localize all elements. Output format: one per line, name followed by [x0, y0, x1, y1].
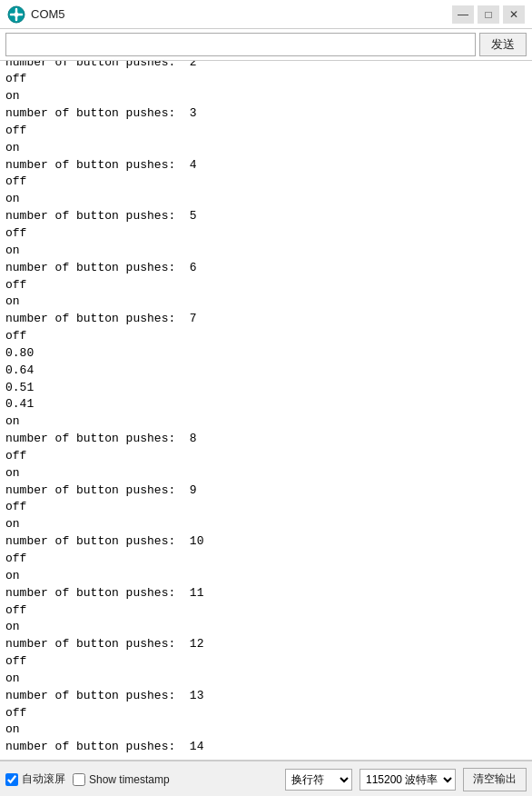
console-line: number of button pushes: 14	[5, 739, 527, 756]
svg-point-3	[15, 12, 19, 16]
console-line: number of button pushes: 6	[5, 260, 527, 277]
console-line: number of button pushes: 13	[5, 688, 527, 705]
console-line: number of button pushes: 3	[5, 105, 527, 123]
maximize-button[interactable]: □	[478, 5, 499, 24]
show-timestamp-group: Show timestamp	[73, 773, 170, 786]
console-line: off	[5, 551, 527, 568]
title-bar: COM5 — □ ✕	[0, 0, 532, 29]
console-line: on	[5, 671, 527, 688]
console-line: on	[5, 191, 527, 208]
console-line: on	[5, 243, 527, 260]
app-logo	[7, 5, 25, 24]
console-line: on	[5, 88, 527, 105]
bottom-bar: 自动滚屏 Show timestamp 换行符没有结尾新行回车 300 波特率1…	[0, 761, 532, 796]
line-ending-select[interactable]: 换行符没有结尾新行回车	[285, 769, 352, 791]
console-line: number of button pushes: 2	[5, 61, 527, 71]
console-line: off	[5, 653, 527, 671]
console-line: on	[5, 568, 527, 585]
clear-button[interactable]: 清空输出	[463, 768, 527, 791]
console-line: number of button pushes: 5	[5, 208, 527, 225]
console-output: offonnumber of button pushes: 2offonnumb…	[0, 61, 532, 761]
console-line: off	[5, 448, 527, 465]
console-line: on	[5, 465, 527, 483]
console-line: off	[5, 123, 527, 140]
console-line: number of button pushes: 12	[5, 636, 527, 653]
console-line: on	[5, 721, 527, 739]
console-line: on	[5, 294, 527, 311]
send-input[interactable]	[5, 33, 476, 56]
console-line: 0.80	[5, 345, 527, 363]
console-line: number of button pushes: 7	[5, 311, 527, 328]
console-line: off	[5, 71, 527, 88]
close-button[interactable]: ✕	[503, 5, 525, 24]
console-line: number of button pushes: 10	[5, 533, 527, 551]
console-line: on	[5, 140, 527, 157]
window-title: COM5	[31, 7, 452, 21]
show-timestamp-checkbox[interactable]	[73, 773, 85, 786]
console-line: on	[5, 516, 527, 533]
auto-scroll-label: 自动滚屏	[22, 771, 65, 787]
console-line: on	[5, 619, 527, 636]
show-timestamp-label: Show timestamp	[89, 773, 170, 786]
console-line: number of button pushes: 8	[5, 431, 527, 448]
minimize-button[interactable]: —	[452, 5, 474, 24]
console-line: off	[5, 174, 527, 191]
console-line: off	[5, 499, 527, 516]
baud-rate-select[interactable]: 300 波特率1200 波特率2400 波特率4800 波特率9600 波特率1…	[360, 769, 456, 791]
console-line: on	[5, 413, 527, 431]
console-line: off	[5, 328, 527, 345]
window-controls: — □ ✕	[452, 5, 525, 24]
console-line: 0.51	[5, 380, 527, 397]
send-button[interactable]: 发送	[479, 33, 527, 56]
console-line: number of button pushes: 9	[5, 483, 527, 500]
console-line: 0.41	[5, 396, 527, 413]
console-line: off	[5, 277, 527, 294]
console-line: 0.64	[5, 363, 527, 380]
auto-scroll-checkbox[interactable]	[5, 773, 18, 786]
send-bar: 发送	[0, 29, 532, 61]
console-line: off	[5, 705, 527, 722]
auto-scroll-group: 自动滚屏	[5, 771, 65, 787]
console-line: off	[5, 225, 527, 243]
console-line: off	[5, 602, 527, 620]
console-line: number of button pushes: 11	[5, 585, 527, 602]
console-line: number of button pushes: 4	[5, 157, 527, 174]
